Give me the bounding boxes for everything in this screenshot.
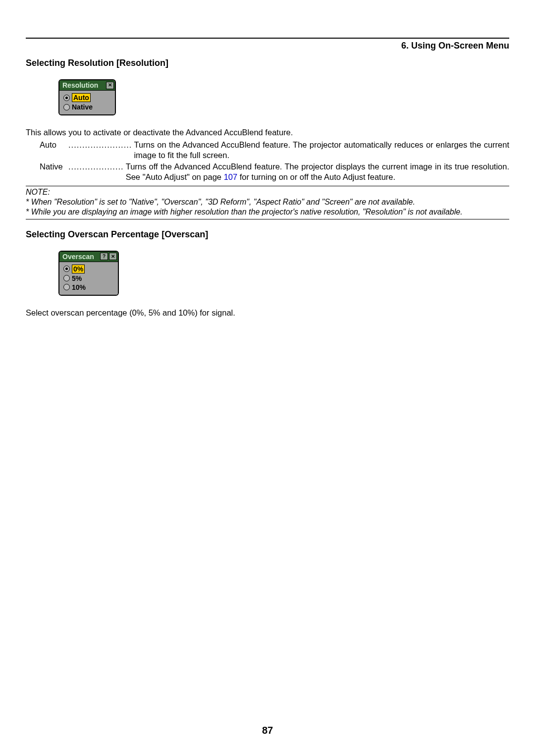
overscan-menu-screenshot: Overscan ? ✕ 0% 5% 10%: [58, 251, 119, 296]
overscan-option-10[interactable]: 10%: [63, 283, 114, 292]
radio-unselected-icon: [63, 275, 70, 281]
page-link-107[interactable]: 107: [224, 172, 238, 181]
overscan-option-0[interactable]: 0%: [63, 264, 114, 274]
def-auto-desc: Turns on the Advanced AccuBlend feature.…: [134, 140, 509, 161]
section-heading-overscan: Selecting Overscan Percentage [Overscan]: [26, 229, 509, 240]
resolution-option-auto-label: Auto: [72, 93, 91, 102]
resolution-definitions: Auto ....................... Turns on th…: [40, 140, 509, 182]
header-rule: [26, 38, 509, 39]
resolution-menu-titlebar: Resolution ✕: [59, 80, 115, 91]
radio-unselected-icon: [63, 284, 70, 290]
resolution-note-block: NOTE: * When "Resolution" is set to "Nat…: [26, 186, 509, 219]
resolution-option-auto[interactable]: Auto: [63, 93, 111, 103]
section-resolution: Selecting Resolution [Resolution] Resolu…: [26, 58, 509, 219]
def-native-dots: ....................: [68, 162, 126, 182]
def-auto-row: Auto ....................... Turns on th…: [40, 140, 509, 161]
overscan-option-10-label: 10%: [72, 283, 86, 291]
overscan-menu-title: Overscan: [62, 253, 94, 261]
overscan-menu-body: 0% 5% 10%: [59, 262, 118, 295]
resolution-menu-title: Resolution: [62, 81, 98, 89]
def-native-desc-part2: for turning on or off the Auto Adjust fe…: [237, 172, 395, 181]
overscan-menu-titlebar: Overscan ? ✕: [59, 252, 118, 262]
overscan-body-text: Select overscan percentage (0%, 5% and 1…: [26, 308, 509, 318]
def-auto-dots: .......................: [68, 140, 134, 161]
overscan-option-0-label: 0%: [72, 265, 85, 273]
help-icon[interactable]: ?: [100, 253, 108, 260]
section-heading-resolution: Selecting Resolution [Resolution]: [26, 58, 509, 68]
page-number: 87: [0, 725, 535, 736]
note-line-2: * While you are displaying an image with…: [26, 208, 463, 216]
note-label: NOTE:: [26, 187, 509, 197]
def-native-desc: Turns off the Advanced AccuBlend feature…: [126, 162, 509, 182]
resolution-option-native[interactable]: Native: [63, 103, 111, 111]
resolution-menu-screenshot: Resolution ✕ Auto Native: [58, 79, 116, 115]
resolution-menu-body: Auto Native: [59, 91, 115, 114]
section-overscan: Selecting Overscan Percentage [Overscan]…: [26, 229, 509, 318]
close-icon[interactable]: ✕: [106, 82, 114, 89]
close-icon[interactable]: ✕: [109, 253, 117, 260]
overscan-option-5-label: 5%: [72, 274, 82, 282]
def-native-term: Native: [40, 162, 68, 182]
radio-unselected-icon: [63, 104, 70, 110]
def-native-row: Native .................... Turns off th…: [40, 162, 509, 182]
note-line-1: * When "Resolution" is set to "Native", …: [26, 198, 415, 206]
chapter-title: 6. Using On-Screen Menu: [26, 41, 509, 51]
resolution-option-native-label: Native: [72, 103, 93, 111]
def-auto-term: Auto: [40, 140, 68, 161]
radio-selected-icon: [63, 95, 70, 101]
radio-selected-icon: [63, 266, 70, 272]
resolution-intro-text: This allows you to activate or deactivat…: [26, 127, 509, 138]
overscan-option-5[interactable]: 5%: [63, 274, 114, 283]
